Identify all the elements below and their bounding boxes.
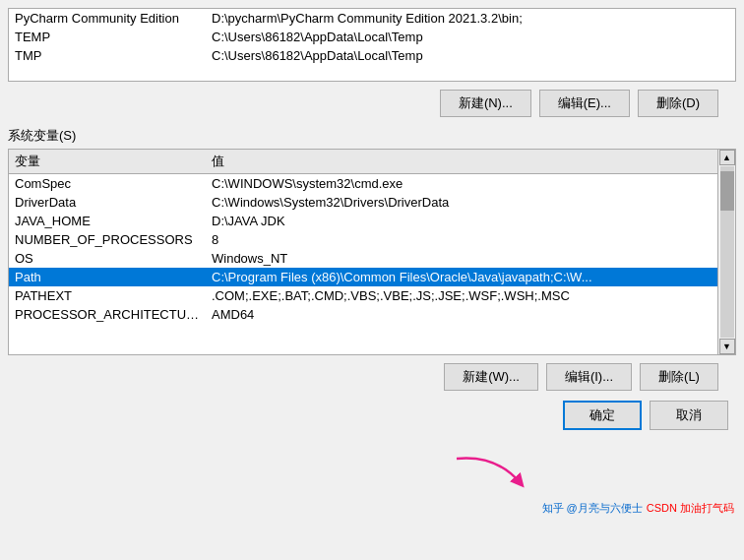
user-edit-button[interactable]: 编辑(E)... bbox=[539, 90, 630, 117]
sys-vars-container: 变量 值 ComSpec C:\WINDOWS\system32\cmd.exe… bbox=[8, 149, 736, 355]
environment-variables-dialog: PyCharm Community Edition D:\pycharm\PyC… bbox=[0, 0, 744, 560]
var-name: JAVA_HOME bbox=[9, 212, 206, 230]
scroll-thumb[interactable] bbox=[720, 171, 734, 211]
var-name: PyCharm Community Edition bbox=[9, 9, 206, 28]
var-value: D:\pycharm\PyCharm Community Edition 202… bbox=[206, 9, 735, 28]
var-name: TMP bbox=[9, 46, 206, 65]
var-value: .COM;.EXE;.BAT;.CMD;.VBS;.VBE;.JS;.JSE;.… bbox=[206, 286, 717, 305]
arrow-annotation bbox=[449, 450, 527, 499]
scrollbar[interactable]: ▲ ▼ bbox=[718, 149, 736, 355]
var-name: OS bbox=[9, 249, 206, 268]
sys-vars-table: 变量 值 ComSpec C:\WINDOWS\system32\cmd.exe… bbox=[9, 150, 717, 324]
var-name: NUMBER_OF_PROCESSORS bbox=[9, 230, 206, 249]
sys-delete-button[interactable]: 删除(L) bbox=[640, 363, 718, 391]
scroll-track bbox=[720, 166, 734, 338]
var-value: C:\WINDOWS\system32\cmd.exe bbox=[206, 174, 717, 194]
user-vars-table: PyCharm Community Edition D:\pycharm\PyC… bbox=[9, 9, 735, 65]
table-row-selected[interactable]: Path C:\Program Files (x86)\Common Files… bbox=[9, 268, 717, 286]
var-value: 8 bbox=[206, 230, 717, 249]
col-header-value: 值 bbox=[206, 150, 717, 174]
sys-vars-table-wrap: 变量 值 ComSpec C:\WINDOWS\system32\cmd.exe… bbox=[8, 149, 718, 355]
var-name: TEMP bbox=[9, 28, 206, 46]
var-value: C:\Users\86182\AppData\Local\Temp bbox=[206, 46, 735, 65]
user-vars-button-row: 新建(N)... 编辑(E)... 删除(D) bbox=[8, 90, 736, 117]
table-row[interactable]: DriverData C:\Windows\System32\Drivers\D… bbox=[9, 193, 717, 212]
watermark-csdn: CSDN 加油打气码 bbox=[647, 501, 734, 516]
var-name: PATHEXT bbox=[9, 286, 206, 305]
table-row[interactable]: PyCharm Community Edition D:\pycharm\PyC… bbox=[9, 9, 735, 28]
table-row[interactable]: NUMBER_OF_PROCESSORS 8 bbox=[9, 230, 717, 249]
var-value: C:\Users\86182\AppData\Local\Temp bbox=[206, 28, 735, 46]
col-header-name: 变量 bbox=[9, 150, 206, 174]
user-delete-button[interactable]: 删除(D) bbox=[638, 90, 718, 117]
scroll-up-button[interactable]: ▲ bbox=[719, 150, 735, 165]
var-value: C:\Windows\System32\Drivers\DriverData bbox=[206, 193, 717, 212]
watermark-zhihu: 知乎 @月亮与六便士 bbox=[542, 501, 643, 516]
var-value: D:\JAVA JDK bbox=[206, 212, 717, 230]
var-name: DriverData bbox=[9, 193, 206, 212]
user-vars-table-container: PyCharm Community Edition D:\pycharm\PyC… bbox=[8, 8, 736, 82]
watermark: 知乎 @月亮与六便士 CSDN 加油打气码 bbox=[542, 501, 734, 516]
sys-edit-button[interactable]: 编辑(I)... bbox=[546, 363, 632, 391]
scroll-down-button[interactable]: ▼ bbox=[719, 339, 735, 354]
table-row[interactable]: PATHEXT .COM;.EXE;.BAT;.CMD;.VBS;.VBE;.J… bbox=[9, 286, 717, 305]
var-value: AMD64 bbox=[206, 305, 717, 324]
sys-new-button[interactable]: 新建(W)... bbox=[444, 363, 538, 391]
sys-vars-button-row: 新建(W)... 编辑(I)... 删除(L) bbox=[8, 363, 736, 391]
table-row[interactable]: OS Windows_NT bbox=[9, 249, 717, 268]
var-value: Windows_NT bbox=[206, 249, 717, 268]
arrow-icon bbox=[449, 450, 527, 499]
table-row[interactable]: TEMP C:\Users\86182\AppData\Local\Temp bbox=[9, 28, 735, 46]
table-row[interactable]: TMP C:\Users\86182\AppData\Local\Temp bbox=[9, 46, 735, 65]
user-new-button[interactable]: 新建(N)... bbox=[440, 90, 531, 117]
var-name: ComSpec bbox=[9, 174, 206, 194]
var-name: PROCESSOR_ARCHITECTURE bbox=[9, 305, 206, 324]
table-row[interactable]: ComSpec C:\WINDOWS\system32\cmd.exe bbox=[9, 174, 717, 194]
table-row[interactable]: PROCESSOR_ARCHITECTURE AMD64 bbox=[9, 305, 717, 324]
cancel-button[interactable]: 取消 bbox=[650, 401, 728, 430]
confirm-button-row: 确定 取消 bbox=[8, 401, 736, 430]
table-row[interactable]: JAVA_HOME D:\JAVA JDK bbox=[9, 212, 717, 230]
var-value: C:\Program Files (x86)\Common Files\Orac… bbox=[206, 268, 717, 286]
table-header-row: 变量 值 bbox=[9, 150, 717, 174]
var-name: Path bbox=[9, 268, 206, 286]
ok-button[interactable]: 确定 bbox=[563, 401, 642, 430]
sys-vars-section-label: 系统变量(S) bbox=[8, 127, 736, 145]
